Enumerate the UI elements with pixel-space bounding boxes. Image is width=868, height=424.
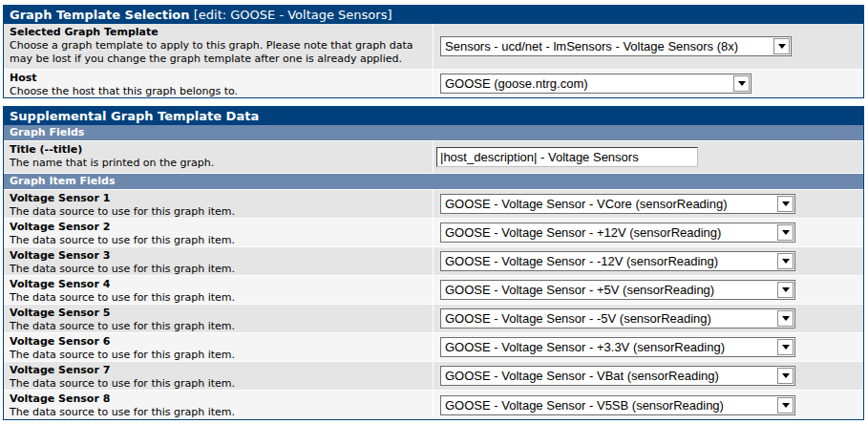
voltage-sensor-4-select[interactable]: GOOSE - Voltage Sensor - +5V (sensorRead… (440, 280, 795, 300)
field-control-cell: GOOSE - Voltage Sensor - +5V (sensorRead… (434, 276, 863, 304)
dropdown-arrow-button[interactable] (777, 397, 794, 413)
field-description: The data source to use for this graph it… (10, 205, 427, 219)
dropdown-arrow-button[interactable] (777, 282, 794, 298)
panel-header-graph-template-selection: Graph Template Selection [edit: GOOSE - … (4, 6, 863, 24)
dropdown-arrow-button[interactable] (733, 75, 750, 92)
chevron-down-icon (782, 373, 790, 378)
voltage-sensor-1-select-value: GOOSE - Voltage Sensor - VCore (sensorRe… (441, 195, 776, 213)
voltage-sensor-5-select[interactable]: GOOSE - Voltage Sensor - -5V (sensorRead… (440, 308, 795, 329)
field-control-cell: GOOSE (goose.ntrg.com) (434, 70, 863, 97)
field-info-cell: Voltage Sensor 2 The data source to use … (4, 219, 434, 246)
field-control-cell: GOOSE - Voltage Sensor - +3.3V (sensorRe… (434, 333, 863, 361)
field-description: The data source to use for this graph it… (10, 291, 427, 305)
field-label: Voltage Sensor 3 (10, 249, 427, 263)
voltage-sensor-5-select-value: GOOSE - Voltage Sensor - -5V (sensorRead… (441, 309, 776, 328)
field-description: The data source to use for this graph it… (10, 406, 427, 419)
field-label: Voltage Sensor 8 (10, 392, 427, 406)
voltage-sensor-3-select-value: GOOSE - Voltage Sensor - -12V (sensorRea… (441, 252, 776, 270)
field-control-cell: GOOSE - Voltage Sensor - VCore (sensorRe… (434, 190, 863, 218)
field-control-cell: Sensors - ucd/net - lmSensors - Voltage … (434, 24, 863, 69)
chevron-down-icon (782, 259, 790, 264)
field-label: Host (10, 72, 427, 85)
field-row-voltage-sensor-7: Voltage Sensor 7 The data source to use … (4, 362, 863, 391)
voltage-sensor-2-select[interactable]: GOOSE - Voltage Sensor - +12V (sensorRea… (440, 223, 795, 243)
field-row-voltage-sensor-2: Voltage Sensor 2 The data source to use … (4, 219, 863, 247)
page: Graph Template Selection [edit: GOOSE - … (0, 0, 864, 420)
section-header-graph-item-fields: Graph Item Fields (4, 174, 863, 190)
field-row-voltage-sensor-5: Voltage Sensor 5 The data source to use … (4, 305, 863, 333)
graph-title-input[interactable] (436, 147, 698, 167)
dropdown-arrow-button[interactable] (777, 253, 794, 269)
voltage-sensor-1-select[interactable]: GOOSE - Voltage Sensor - VCore (sensorRe… (440, 194, 795, 214)
field-label: Voltage Sensor 6 (10, 335, 427, 349)
dropdown-arrow-button[interactable] (773, 38, 790, 54)
dropdown-arrow-button[interactable] (777, 224, 794, 241)
field-info-cell: Host Choose the host that this graph bel… (4, 70, 434, 97)
field-info-cell: Voltage Sensor 8 The data source to use … (4, 391, 434, 419)
field-description: The data source to use for this graph it… (10, 234, 427, 247)
dropdown-arrow-button[interactable] (777, 339, 794, 355)
voltage-sensor-2-select-value: GOOSE - Voltage Sensor - +12V (sensorRea… (441, 223, 776, 242)
field-row-voltage-sensor-4: Voltage Sensor 4 The data source to use … (4, 276, 863, 305)
panel-title: Supplemental Graph Template Data (10, 109, 259, 123)
field-description: The data source to use for this graph it… (10, 263, 427, 276)
field-description: The data source to use for this graph it… (10, 349, 427, 362)
graph-template-selection-panel: Graph Template Selection [edit: GOOSE - … (3, 5, 864, 98)
dropdown-arrow-button[interactable] (777, 368, 794, 384)
field-control-cell: GOOSE - Voltage Sensor - -5V (sensorRead… (434, 305, 863, 332)
field-row-selected-graph-template: Selected Graph Template Choose a graph t… (4, 24, 863, 70)
field-description: Choose the host that this graph belongs … (10, 85, 427, 98)
field-row-voltage-sensor-3: Voltage Sensor 3 The data source to use … (4, 247, 863, 276)
field-description: The name that is printed on the graph. (10, 157, 427, 170)
field-row-voltage-sensor-6: Voltage Sensor 6 The data source to use … (4, 333, 863, 362)
field-label: Voltage Sensor 4 (10, 278, 427, 291)
chevron-down-icon (782, 345, 790, 350)
chevron-down-icon (782, 230, 790, 235)
field-info-cell: Voltage Sensor 6 The data source to use … (4, 333, 434, 361)
voltage-sensor-3-select[interactable]: GOOSE - Voltage Sensor - -12V (sensorRea… (440, 251, 795, 271)
field-row-title: Title (--title) The name that is printed… (4, 141, 863, 174)
host-select[interactable]: GOOSE (goose.ntrg.com) (440, 74, 752, 94)
field-label: Voltage Sensor 7 (10, 364, 427, 377)
field-row-host: Host Choose the host that this graph bel… (4, 70, 863, 97)
voltage-sensor-8-select-value: GOOSE - Voltage Sensor - V5SB (sensorRea… (441, 396, 776, 414)
field-control-cell (434, 141, 863, 173)
field-label: Voltage Sensor 1 (10, 192, 427, 205)
field-info-cell: Voltage Sensor 4 The data source to use … (4, 276, 434, 304)
field-row-voltage-sensor-8: Voltage Sensor 8 The data source to use … (4, 391, 863, 419)
field-control-cell: GOOSE - Voltage Sensor - -12V (sensorRea… (434, 247, 863, 275)
edit-context-label: [edit: GOOSE - Voltage Sensors] (194, 8, 392, 22)
field-description: Choose a graph template to apply to this… (10, 39, 427, 66)
field-label: Voltage Sensor 5 (10, 307, 427, 320)
field-control-cell: GOOSE - Voltage Sensor - VBat (sensorRea… (434, 362, 863, 390)
chevron-down-icon (782, 287, 790, 292)
field-label: Voltage Sensor 2 (10, 221, 427, 234)
field-control-cell: GOOSE - Voltage Sensor - V5SB (sensorRea… (434, 391, 863, 419)
field-label: Selected Graph Template (10, 26, 427, 39)
field-description: The data source to use for this graph it… (10, 377, 427, 391)
voltage-sensor-7-select[interactable]: GOOSE - Voltage Sensor - VBat (sensorRea… (440, 366, 795, 386)
voltage-sensor-8-select[interactable]: GOOSE - Voltage Sensor - V5SB (sensorRea… (440, 395, 795, 415)
chevron-down-icon (738, 81, 746, 86)
voltage-sensor-4-select-value: GOOSE - Voltage Sensor - +5V (sensorRead… (441, 281, 776, 299)
field-info-cell: Voltage Sensor 1 The data source to use … (4, 190, 434, 218)
section-header-graph-fields: Graph Fields (4, 125, 863, 141)
field-info-cell: Voltage Sensor 7 The data source to use … (4, 362, 434, 390)
page-title: Graph Template Selection (10, 8, 190, 22)
graph-template-select-value: Sensors - ucd/net - lmSensors - Voltage … (441, 37, 773, 55)
chevron-down-icon (778, 44, 786, 49)
field-row-voltage-sensor-1: Voltage Sensor 1 The data source to use … (4, 190, 863, 219)
field-info-cell: Voltage Sensor 3 The data source to use … (4, 247, 434, 275)
field-info-cell: Selected Graph Template Choose a graph t… (4, 24, 434, 69)
dropdown-arrow-button[interactable] (777, 196, 794, 212)
host-select-value: GOOSE (goose.ntrg.com) (441, 74, 732, 93)
field-info-cell: Title (--title) The name that is printed… (4, 141, 434, 173)
field-info-cell: Voltage Sensor 5 The data source to use … (4, 305, 434, 332)
supplemental-graph-template-data-panel: Supplemental Graph Template Data Graph F… (3, 106, 864, 420)
graph-template-select[interactable]: Sensors - ucd/net - lmSensors - Voltage … (440, 36, 792, 56)
field-control-cell: GOOSE - Voltage Sensor - +12V (sensorRea… (434, 219, 863, 246)
voltage-sensor-6-select[interactable]: GOOSE - Voltage Sensor - +3.3V (sensorRe… (440, 337, 795, 357)
dropdown-arrow-button[interactable] (777, 310, 794, 327)
chevron-down-icon (782, 316, 790, 321)
voltage-sensor-6-select-value: GOOSE - Voltage Sensor - +3.3V (sensorRe… (441, 338, 776, 356)
